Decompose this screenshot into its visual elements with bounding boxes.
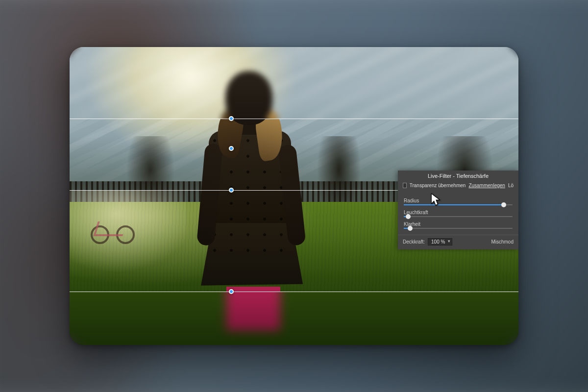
transparency-checkbox[interactable] (403, 183, 407, 188)
dof-guide-handle[interactable] (229, 146, 234, 151)
slider-track[interactable] (404, 228, 513, 229)
opacity-label: Deckkraft: (403, 239, 425, 245)
slider-track[interactable] (404, 204, 513, 205)
slider-label: Leuchtkraft (404, 210, 513, 215)
slider-knob[interactable] (408, 226, 413, 231)
dof-guide-line[interactable] (70, 292, 518, 292)
dof-guide-handle[interactable] (229, 289, 234, 294)
opacity-select[interactable]: 100 % (428, 238, 452, 245)
dof-guide-handle[interactable] (229, 116, 234, 121)
blendmode-label: Mischmod (491, 239, 514, 245)
dof-blur-top (70, 47, 518, 119)
slider-knob[interactable] (406, 214, 411, 219)
dof-guide-handle[interactable] (229, 188, 234, 193)
delete-button[interactable]: Lö (508, 183, 514, 188)
transparency-label[interactable]: Transparenz übernehmen (410, 183, 466, 188)
slider-knob[interactable] (501, 202, 506, 207)
bicycle-shape (88, 208, 147, 247)
slider-track[interactable] (404, 216, 513, 217)
slider-label: Radius (404, 198, 513, 203)
slider-label: Klarheit (404, 221, 513, 227)
dof-guide-line[interactable] (70, 119, 518, 119)
editor-preview-card: Live-Filter - Tiefenschärfe Transparenz … (70, 47, 518, 345)
merge-button[interactable]: Zusammenlegen (468, 183, 505, 188)
dof-blur-bottom (70, 292, 518, 345)
panel-title: Live-Filter - Tiefenschärfe (398, 171, 518, 181)
live-filter-panel: Live-Filter - Tiefenschärfe Transparenz … (398, 171, 518, 249)
